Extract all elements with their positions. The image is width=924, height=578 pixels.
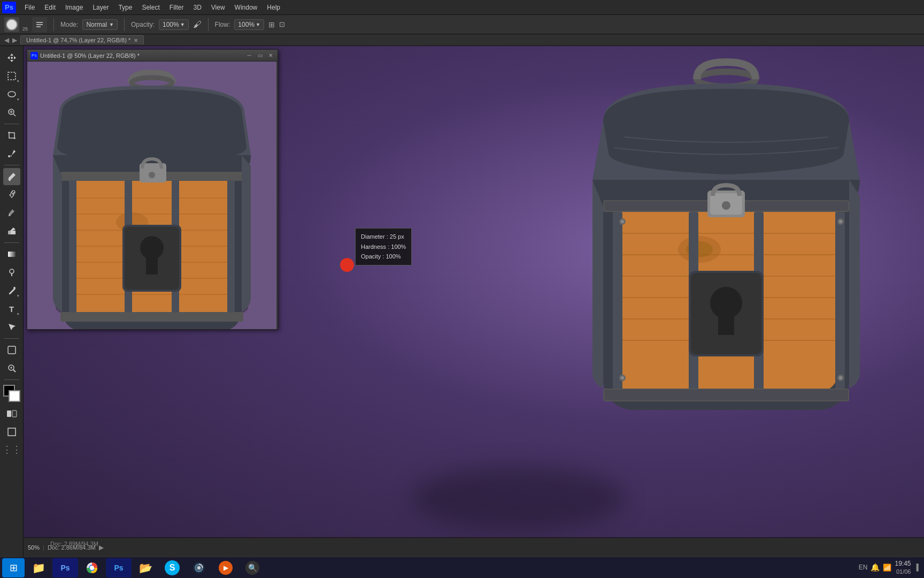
time-display: 19:45	[895, 560, 911, 568]
brush-preset-picker[interactable]	[4, 17, 19, 32]
date-display: 01/06	[896, 568, 911, 575]
chrome-icon	[86, 561, 98, 574]
taskbar-file-mgr[interactable]: 📂	[133, 558, 158, 577]
screen-mode-icon	[7, 428, 16, 436]
opacity-value[interactable]: 100% ▼	[159, 19, 189, 30]
taskbar-steam[interactable]	[186, 558, 212, 577]
taskbar-file-explorer[interactable]: 📁	[26, 558, 51, 577]
path-select-tool[interactable]	[3, 318, 20, 336]
taskbar-network-icon[interactable]: 📶	[883, 564, 891, 572]
menu-layer[interactable]: Layer	[88, 3, 113, 12]
status-arrow[interactable]: ▶	[99, 544, 104, 551]
tool-sep-2	[4, 165, 19, 165]
clone-stamp-tool[interactable]	[3, 186, 20, 203]
svg-rect-21	[613, 212, 622, 394]
svg-rect-47	[227, 180, 235, 321]
svg-rect-22	[835, 212, 845, 394]
menu-filter[interactable]: Filter	[165, 3, 188, 12]
tab-arrow-right[interactable]: ▶	[12, 36, 17, 44]
mode-dropdown-arrow: ▼	[109, 22, 114, 27]
marquee-tool[interactable]: ▾	[3, 67, 20, 85]
svg-rect-7	[11, 231, 16, 234]
language-indicator: EN	[859, 564, 868, 571]
zoom-tool[interactable]	[3, 360, 20, 377]
separator-2	[124, 18, 125, 31]
thumb-ps-logo: Ps	[30, 52, 38, 59]
menu-image[interactable]: Image	[61, 3, 87, 12]
brush-tool[interactable]	[3, 168, 20, 185]
brush-settings-btn[interactable]	[32, 17, 47, 32]
menu-window[interactable]: Window	[230, 3, 262, 12]
steam-icon	[192, 561, 206, 575]
doc-tab-bar: ◀ ▶ Untitled-1 @ 74,7% (Layer 22, RGB/8)…	[0, 34, 924, 46]
text-tool[interactable]: T ▾	[3, 300, 20, 317]
svg-point-10	[13, 287, 16, 289]
svg-point-30	[621, 376, 624, 379]
eyedropper-tool[interactable]	[3, 145, 20, 162]
menu-file[interactable]: File	[20, 3, 39, 12]
thumb-close-btn[interactable]: ✕	[267, 52, 274, 59]
pen-tool[interactable]: ▾	[3, 282, 20, 299]
app-logo: Ps	[2, 2, 16, 13]
extras-btn[interactable]: ⋮⋮	[2, 444, 21, 455]
dodge-tool[interactable]	[3, 264, 20, 281]
history-brush-tool[interactable]	[3, 204, 20, 222]
tab-arrow-left[interactable]: ◀	[4, 36, 9, 44]
canvas-area[interactable]: Ps Untitled-1 @ 50% (Layer 22, RGB/8) * …	[24, 46, 924, 557]
taskbar-skype[interactable]: S	[159, 558, 185, 577]
clock: 19:45 01/06	[895, 560, 911, 576]
taskbar-chrome[interactable]	[79, 558, 105, 577]
start-button[interactable]: ⊞	[2, 558, 25, 577]
screen-mode-btn[interactable]	[3, 423, 20, 440]
lasso-tool[interactable]: ▾	[3, 86, 20, 103]
shape-tool[interactable]	[3, 341, 20, 359]
mode-dropdown[interactable]: Normal ▼	[82, 19, 118, 30]
thumb-window-controls: ─ ▭ ✕	[245, 52, 274, 59]
text-corner: ▾	[17, 312, 19, 316]
menu-edit[interactable]: Edit	[40, 3, 60, 12]
flow-value[interactable]: 100% ▼	[234, 19, 264, 30]
thumb-canvas[interactable]	[27, 62, 276, 329]
eraser-tool[interactable]	[3, 223, 20, 240]
menu-3d[interactable]: 3D	[189, 3, 205, 12]
move-tool[interactable]	[3, 49, 20, 66]
taskbar-notification-icon[interactable]: 🔔	[871, 563, 880, 572]
quick-mask-btn[interactable]	[3, 405, 20, 422]
tablet-pressure-icon[interactable]: ⊞	[268, 20, 275, 29]
taskbar-ps-cc[interactable]: Ps	[106, 558, 132, 577]
gradient-tool[interactable]	[3, 246, 20, 263]
taskbar: ⊞ 📁 Ps Ps 📂 S ▶	[0, 557, 924, 578]
svg-point-28	[621, 220, 624, 223]
background-color[interactable]	[9, 390, 20, 402]
thumb-minimize-btn[interactable]: ─	[245, 52, 253, 59]
thumbnail-window[interactable]: Ps Untitled-1 @ 50% (Layer 22, RGB/8) * …	[27, 49, 278, 330]
svg-point-34	[839, 376, 842, 379]
doc-tab-close[interactable]: ✕	[134, 37, 138, 43]
taskbar-search[interactable]: 🔍	[240, 558, 265, 577]
menu-view[interactable]: View	[207, 3, 229, 12]
taskbar-ps-cs5[interactable]: Ps	[52, 558, 78, 577]
tablet-flow-icon[interactable]: ⊡	[279, 20, 285, 28]
left-toolbar: ▾ ▾	[0, 46, 24, 557]
svg-point-4	[8, 155, 10, 157]
menu-help[interactable]: Help	[263, 3, 284, 12]
svg-point-2	[8, 92, 16, 97]
crop-tool[interactable]	[3, 127, 20, 144]
quick-select-tool[interactable]	[3, 104, 20, 121]
tool-sep-5	[4, 379, 19, 380]
svg-point-40	[722, 201, 730, 210]
move-icon	[7, 53, 17, 63]
separator-1	[53, 18, 54, 31]
text-icon: T	[9, 305, 14, 314]
menu-select[interactable]: Select	[137, 3, 164, 12]
taskbar-media-player[interactable]: ▶	[213, 558, 238, 577]
taskbar-show-desktop[interactable]: ▐	[914, 564, 919, 571]
airbrush-icon[interactable]: 🖌	[193, 20, 202, 29]
status-bar: 50% | Doc: 2.86M/84.3M ▶ Doc: 2.89M/94.3…	[24, 537, 924, 557]
gradient-icon	[7, 249, 17, 259]
thumb-maximize-btn[interactable]: ▭	[256, 52, 264, 59]
menu-type[interactable]: Type	[114, 3, 136, 12]
svg-rect-1	[8, 72, 16, 80]
document-tab[interactable]: Untitled-1 @ 74,7% (Layer 22, RGB/8) * ✕	[20, 35, 144, 44]
fg-bg-color-swatches[interactable]	[3, 385, 20, 402]
